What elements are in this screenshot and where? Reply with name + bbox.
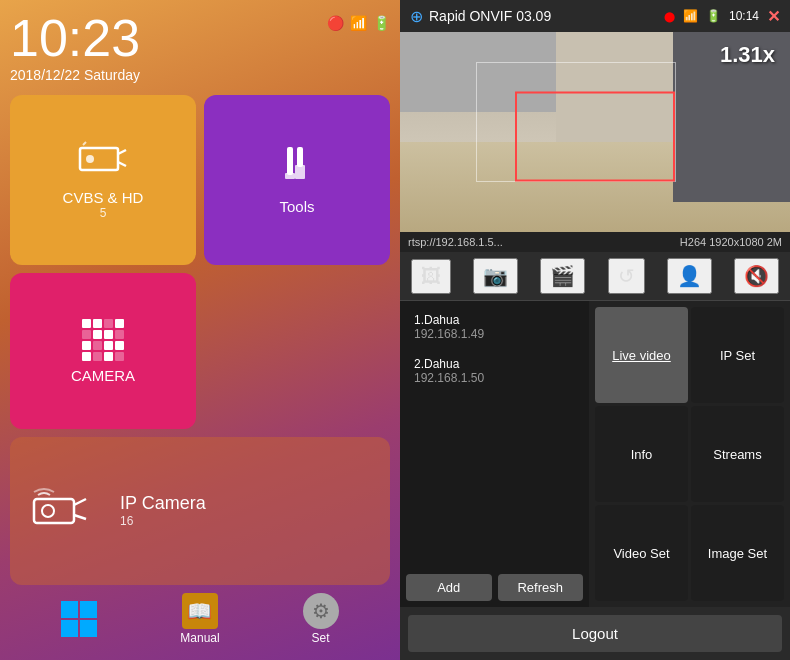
manual-icon: 📖	[182, 593, 218, 629]
cam-toolbar: 🖼 📷 🎬 ↺ 👤 🔇	[400, 252, 790, 301]
zoom-indicator: 1.31x	[720, 42, 775, 68]
header-battery-icon: 🔋	[706, 9, 721, 23]
rtsp-url: rtsp://192.168.1.5...	[408, 236, 503, 248]
windows-button[interactable]	[61, 601, 97, 637]
toolbar-snapshot-btn[interactable]: 📷	[473, 258, 518, 294]
video-set-button[interactable]: Video Set	[595, 505, 688, 601]
logout-button[interactable]: Logout	[408, 615, 782, 652]
add-button[interactable]: Add	[406, 574, 492, 601]
camera-label: CAMERA	[71, 367, 135, 384]
set-button[interactable]: ⚙ Set	[303, 593, 339, 645]
svg-rect-0	[80, 148, 118, 170]
device-item-1[interactable]: 1.Dahua 192.168.1.49	[406, 307, 564, 347]
wifi-icon: 📶	[350, 15, 367, 31]
toolbar-ptz-btn[interactable]: 👤	[667, 258, 712, 294]
tile-ip-camera[interactable]: IP Camera 16	[10, 437, 390, 585]
image-set-button[interactable]: Image Set	[691, 505, 784, 601]
app-grid: CVBS & HD 5 Tools	[10, 95, 390, 585]
battery-icon: 🔋	[373, 15, 390, 31]
svg-rect-7	[285, 173, 295, 179]
app-header: ⊕ Rapid ONVIF 03.09 ⬤ 📶 🔋 10:14 ✕	[400, 0, 790, 32]
tile-tools[interactable]: Tools	[204, 95, 390, 265]
cvbs-icon	[78, 140, 128, 185]
device-1-ip: 192.168.1.49	[414, 327, 556, 341]
header-right: ⬤ 📶 🔋 10:14 ✕	[664, 7, 780, 26]
live-video-button[interactable]: Live video	[595, 307, 688, 403]
cvbs-sublabel: 5	[100, 206, 107, 220]
header-wifi-icon: 📶	[683, 9, 698, 23]
ip-camera-text: IP Camera 16	[120, 493, 206, 528]
ip-set-button[interactable]: IP Set	[691, 307, 784, 403]
toolbar-mute-btn[interactable]: 🔇	[734, 258, 779, 294]
header-time: 10:14	[729, 9, 759, 23]
device-list: 1.Dahua 192.168.1.49 2.Dahua 192.168.1.5…	[400, 301, 570, 397]
right-panel: ⊕ Rapid ONVIF 03.09 ⬤ 📶 🔋 10:14 ✕ 1.31x …	[400, 0, 790, 660]
svg-rect-5	[287, 147, 293, 175]
toolbar-image-btn[interactable]: 🖼	[411, 259, 451, 294]
svg-line-10	[74, 499, 86, 505]
left-panel: 10:23 2018/12/22 Saturday 🔴 📶 🔋 CVBS & H…	[0, 0, 400, 660]
app-title-text: Rapid ONVIF 03.09	[429, 8, 551, 24]
ip-camera-icon	[30, 487, 90, 535]
content-area: 1.Dahua 192.168.1.49 2.Dahua 192.168.1.5…	[400, 301, 790, 607]
tile-cvbs[interactable]: CVBS & HD 5	[10, 95, 196, 265]
status-bar: 🔴 📶 🔋	[327, 15, 390, 31]
windows-icon	[61, 601, 97, 637]
cvbs-label: CVBS & HD	[63, 189, 144, 206]
tools-label: Tools	[279, 198, 314, 215]
svg-rect-8	[295, 165, 305, 179]
camera-view: 1.31x	[400, 32, 790, 232]
controls-panel: Live video IP Set Info Streams Video Set…	[589, 301, 790, 607]
bottom-bar: 📖 Manual ⚙ Set	[10, 585, 390, 650]
camera-qr-icon	[82, 319, 124, 361]
svg-line-4	[83, 142, 86, 145]
manual-button[interactable]: 📖 Manual	[180, 593, 219, 645]
svg-rect-6	[297, 147, 303, 167]
svg-point-3	[86, 155, 94, 163]
set-label: Set	[312, 631, 330, 645]
close-button[interactable]: ✕	[767, 7, 780, 26]
add-refresh-bar: Add Refresh	[400, 568, 589, 607]
logout-bar: Logout	[400, 607, 790, 660]
tile-camera[interactable]: CAMERA	[10, 273, 196, 428]
record-icon: 🔴	[327, 15, 344, 31]
toolbar-record-btn[interactable]: 🎬	[540, 258, 585, 294]
date: 2018/12/22 Saturday	[10, 67, 390, 83]
cam-info-bar: rtsp://192.168.1.5... H264 1920x1080 2M	[400, 232, 790, 252]
device-section: 1.Dahua 192.168.1.49 2.Dahua 192.168.1.5…	[400, 301, 589, 607]
app-logo: ⊕	[410, 7, 423, 26]
device-2-ip: 192.168.1.50	[414, 371, 556, 385]
refresh-button[interactable]: Refresh	[498, 574, 584, 601]
codec-info: H264 1920x1080 2M	[680, 236, 782, 248]
toolbar-refresh-btn[interactable]: ↺	[608, 258, 645, 294]
device-item-2[interactable]: 2.Dahua 192.168.1.50	[406, 351, 564, 391]
focus-rect	[515, 92, 675, 182]
record-status-icon: ⬤	[664, 11, 675, 22]
info-button[interactable]: Info	[595, 406, 688, 502]
ip-camera-count: 16	[120, 514, 206, 528]
svg-point-12	[42, 505, 54, 517]
settings-icon: ⚙	[303, 593, 339, 629]
streams-button[interactable]: Streams	[691, 406, 784, 502]
ip-camera-label: IP Camera	[120, 493, 206, 514]
svg-line-11	[74, 515, 86, 519]
app-title: ⊕ Rapid ONVIF 03.09	[410, 7, 551, 26]
manual-label: Manual	[180, 631, 219, 645]
device-1-name: 1.Dahua	[414, 313, 556, 327]
tools-icon	[275, 145, 319, 194]
device-2-name: 2.Dahua	[414, 357, 556, 371]
